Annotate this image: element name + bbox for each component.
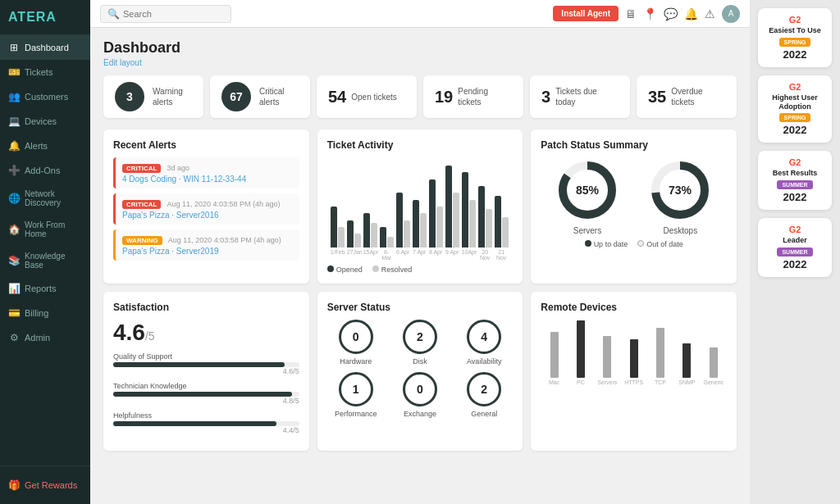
remote-bar-group-5: SNMP	[675, 343, 698, 385]
remote-bar-2	[603, 336, 611, 378]
sidebar-item-tickets[interactable]: 🎫 Tickets	[0, 60, 90, 84]
devices-icon: 💻	[8, 116, 20, 127]
recent-alerts-title: Recent Alerts	[113, 139, 299, 151]
chart-label-0: 1/Feb	[331, 249, 345, 261]
addons-icon: ➕	[8, 165, 20, 176]
dashboard-icon: ⊞	[8, 42, 20, 53]
remote-label-0: Mac	[549, 379, 559, 385]
knowledge-bar-fill	[113, 392, 292, 397]
billing-icon: 💳	[8, 307, 20, 319]
search-input[interactable]	[123, 9, 221, 19]
remote-bar-5	[682, 343, 691, 378]
avatar[interactable]: A	[722, 5, 740, 23]
server-status-title: Server Status	[327, 302, 514, 313]
map-pin-icon[interactable]: 📍	[643, 7, 657, 20]
reports-icon: 📊	[8, 283, 20, 294]
resolved-bar-5	[420, 213, 427, 247]
sidebar: ATERA ⊞ Dashboard 🎫 Tickets 👥 Customers …	[0, 0, 90, 504]
patch-legend: Up to date Out of date	[541, 240, 727, 248]
sidebar-label-admin: Admin	[25, 333, 50, 343]
tickets-icon: 🎫	[8, 66, 20, 78]
svg-text:73%: 73%	[669, 184, 692, 197]
knowledge-bar-bg	[113, 392, 299, 397]
ticket-chart-labels: 1/Feb27Jan15Apr8-Mar6 Apr7 Apr8 Apr9 Apr…	[327, 249, 514, 261]
quality-val: 4.6/5	[113, 367, 299, 375]
main-area: 🔍 Install Agent 🖥 📍 💬 🔔 ⚠ A Dashboard Ed…	[90, 0, 750, 504]
badge-season-2: SPRING	[779, 113, 811, 122]
helpfulness-bar-fill	[113, 421, 276, 426]
servers-donut-svg: 85%	[555, 157, 620, 223]
sidebar-label-reports: Reports	[25, 284, 57, 293]
ticket-chart-legend: Opened Resolved	[327, 266, 514, 274]
remote-bar-6	[710, 347, 718, 378]
badge-title-4: Leader	[783, 236, 807, 245]
score-denom: /5	[145, 329, 155, 343]
sidebar-item-dashboard[interactable]: ⊞ Dashboard	[0, 35, 90, 60]
sidebar-item-rewards[interactable]: 🎁 Get Rewards	[0, 473, 90, 497]
chat-icon[interactable]: 💬	[664, 7, 678, 20]
ticket-activity-chart	[327, 157, 514, 247]
remote-bar-group-3: HTTPS	[622, 339, 645, 385]
sidebar-label-rewards: Get Rewards	[25, 480, 77, 490]
remote-bar-group-2: Servers	[596, 336, 619, 385]
overdue-count: 35	[648, 88, 666, 107]
sidebar-item-network[interactable]: 🌐 Network Discovery	[0, 183, 90, 214]
sidebar-item-wfh[interactable]: 🏠 Work From Home	[0, 214, 90, 245]
chart-label-5: 7 Apr	[413, 249, 427, 261]
opened-legend-label: Opened	[336, 266, 363, 274]
due-count: 3	[541, 88, 550, 107]
critical-label: Critical alerts	[259, 86, 299, 107]
opened-bar-5	[413, 200, 419, 247]
bar-group-6	[429, 179, 443, 247]
remote-label-4: TCP	[655, 379, 666, 385]
open-label: Open tickets	[351, 92, 397, 102]
monitor-icon[interactable]: 🖥	[625, 7, 637, 20]
sidebar-label-dashboard: Dashboard	[25, 43, 69, 52]
opened-bar-10	[495, 196, 501, 247]
server-circle-label-1: Disk	[413, 357, 427, 366]
remote-devices-panel: Remote Devices MacPCServersHTTPSTCPSNMPG…	[531, 292, 737, 451]
sidebar-item-customers[interactable]: 👥 Customers	[0, 84, 90, 109]
patch-circles: 85% Servers 73% Desktops	[541, 157, 727, 235]
install-agent-button[interactable]: Install Agent	[553, 6, 619, 21]
sidebar-item-kb[interactable]: 📚 Knowledge Base	[0, 245, 90, 276]
edit-layout-link[interactable]: Edit layout	[103, 58, 737, 67]
sidebar-label-billing: Billing	[25, 308, 48, 318]
sidebar-item-reports[interactable]: 📊 Reports	[0, 276, 90, 301]
badge-year-2: 2022	[783, 124, 807, 136]
outofdate-dot	[637, 240, 644, 247]
sidebar-item-devices[interactable]: 💻 Devices	[0, 109, 90, 134]
server-circle-4: 0	[403, 372, 437, 406]
g2-logo-2: G2	[789, 82, 801, 92]
g2-logo-1: G2	[789, 15, 801, 25]
resolved-bar-10	[502, 217, 509, 247]
customers-icon: 👥	[8, 91, 20, 102]
alert-device-2: Papa's Pizza · Server2016	[122, 211, 293, 220]
knowledge-label: Technician Knowledge	[113, 382, 299, 390]
sidebar-item-billing[interactable]: 💳 Billing	[0, 301, 90, 325]
bar-group-4	[396, 193, 410, 247]
chart-label-7: 9 Apr	[445, 249, 459, 261]
topbar: 🔍 Install Agent 🖥 📍 💬 🔔 ⚠ A	[90, 0, 750, 28]
resolved-bar-3	[387, 237, 394, 247]
bar-group-2	[363, 213, 377, 247]
sidebar-item-addons[interactable]: ➕ Add-Ons	[0, 158, 90, 183]
server-circle-label-2: Availability	[467, 357, 501, 366]
satisfaction-panel: Satisfaction 4.6/5 Quality of Support 4.…	[103, 292, 309, 451]
warning-icon[interactable]: ⚠	[705, 7, 715, 20]
search-box[interactable]: 🔍	[100, 5, 231, 23]
server-item-0: 0Hardware	[327, 320, 385, 366]
logo-text: ATERA	[8, 10, 82, 25]
alert-badge-3: WARNING	[122, 236, 162, 245]
patch-status-title: Patch Status Summary	[541, 139, 727, 151]
knowledge-val: 4.8/5	[113, 397, 299, 405]
bell-icon[interactable]: 🔔	[684, 7, 698, 20]
server-circle-5: 2	[467, 372, 501, 406]
badge-leader: G2 Leader SUMMER 2022	[758, 218, 832, 277]
badge-season-1: SPRING	[779, 38, 811, 47]
sidebar-nav: ⊞ Dashboard 🎫 Tickets 👥 Customers 💻 Devi…	[0, 35, 90, 465]
server-circle-label-5: General	[471, 410, 497, 418]
sidebar-label-network: Network Discovery	[25, 189, 82, 207]
sidebar-item-admin[interactable]: ⚙ Admin	[0, 325, 90, 350]
sidebar-item-alerts[interactable]: 🔔 Alerts	[0, 134, 90, 158]
